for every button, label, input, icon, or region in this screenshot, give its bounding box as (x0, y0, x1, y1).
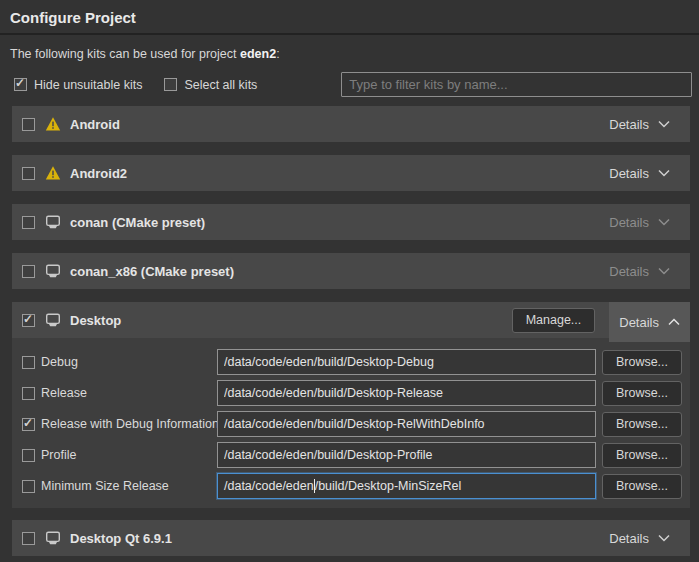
release-checkbox[interactable] (22, 387, 35, 400)
debug-checkbox[interactable] (22, 356, 35, 369)
intro-text: The following kits can be used for proje… (10, 47, 689, 61)
hide-unsuitable-kits-checkbox[interactable] (14, 78, 27, 91)
desktop-icon (45, 214, 61, 230)
build-config-row-release: Release Browse... (22, 380, 682, 406)
build-config-label: Release (41, 386, 217, 400)
kit-android2-checkbox[interactable] (22, 167, 35, 180)
kit-name: Desktop Qt 6.9.1 (70, 531, 172, 546)
desktop-kit-details-panel: Debug Browse... Release Browse... Releas… (12, 338, 690, 508)
kit-row-conan: conan (CMake preset) Details (12, 204, 690, 240)
path-text-after-caret: /build/Desktop-MinSizeRel (315, 479, 462, 493)
details-button-android[interactable]: Details (599, 106, 680, 142)
details-label: Details (609, 166, 649, 181)
chevron-down-icon (658, 169, 670, 177)
details-button-conan-x86[interactable]: Details (599, 253, 680, 289)
relwithdebinfo-browse-button[interactable]: Browse... (602, 412, 682, 437)
build-config-label: Debug (41, 355, 217, 369)
kit-name: conan_x86 (CMake preset) (70, 264, 234, 279)
details-button-conan[interactable]: Details (599, 204, 680, 240)
kit-name: conan (CMake preset) (70, 215, 205, 230)
build-config-label: Release with Debug Information (41, 417, 217, 431)
details-label: Details (619, 315, 659, 330)
profile-path-input[interactable] (217, 442, 596, 468)
kit-conan-checkbox[interactable] (22, 216, 35, 229)
kit-desktop-qt-checkbox[interactable] (22, 532, 35, 545)
kit-name: Android (70, 117, 120, 132)
details-label: Details (609, 117, 649, 132)
details-label: Details (609, 264, 649, 279)
project-name: eden2 (240, 47, 276, 61)
kit-row-android: Android Details (12, 106, 690, 142)
build-config-label: Profile (41, 448, 217, 462)
details-label: Details (609, 531, 649, 546)
kit-desktop-checkbox[interactable] (22, 314, 35, 327)
hide-unsuitable-kits-label: Hide unsuitable kits (34, 78, 142, 92)
manage-button[interactable]: Manage... (512, 308, 596, 333)
build-config-label: Minimum Size Release (41, 479, 217, 493)
minsizerel-checkbox[interactable] (22, 480, 35, 493)
select-all-kits-checkbox[interactable] (164, 78, 177, 91)
warning-icon (45, 165, 61, 181)
relwithdebinfo-checkbox[interactable] (22, 418, 35, 431)
warning-icon (45, 116, 61, 132)
build-config-row-debug: Debug Browse... (22, 349, 682, 375)
kit-name: Desktop (70, 313, 121, 328)
page-title: Configure Project (0, 0, 699, 35)
chevron-down-icon (658, 120, 670, 128)
details-button-android2[interactable]: Details (599, 155, 680, 191)
intro-prefix: The following kits can be used for proje… (10, 47, 240, 61)
kit-conan-x86-checkbox[interactable] (22, 265, 35, 278)
select-all-kits-option[interactable]: Select all kits (164, 78, 257, 92)
profile-checkbox[interactable] (22, 449, 35, 462)
release-path-input[interactable] (217, 380, 596, 406)
debug-path-input[interactable] (217, 349, 596, 375)
chevron-down-icon (658, 218, 670, 226)
hide-unsuitable-kits-option[interactable]: Hide unsuitable kits (14, 78, 142, 92)
release-browse-button[interactable]: Browse... (602, 381, 682, 406)
details-button-desktop-qt[interactable]: Details (599, 520, 680, 556)
details-label: Details (609, 215, 649, 230)
minsizerel-browse-button[interactable]: Browse... (602, 474, 682, 499)
debug-browse-button[interactable]: Browse... (602, 350, 682, 375)
build-config-row-profile: Profile Browse... (22, 442, 682, 468)
kit-row-android2: Android2 Details (12, 155, 690, 191)
select-all-kits-label: Select all kits (184, 78, 257, 92)
kit-filter-input[interactable] (341, 72, 692, 97)
path-text-before-caret: /data/code/eden (224, 479, 314, 493)
desktop-icon (45, 530, 61, 546)
kit-list: Android Details Android2 Details conan (… (12, 106, 690, 556)
build-config-row-relwithdebinfo: Release with Debug Information Browse... (22, 411, 682, 437)
kit-row-desktop-qt: Desktop Qt 6.9.1 Details (12, 520, 690, 556)
chevron-up-icon (668, 318, 680, 326)
details-button-desktop[interactable]: Details (609, 302, 690, 342)
filter-toolbar: Hide unsuitable kits Select all kits (14, 72, 692, 97)
intro-suffix: : (276, 47, 279, 61)
profile-browse-button[interactable]: Browse... (602, 443, 682, 468)
kit-row-conan-x86: conan_x86 (CMake preset) Details (12, 253, 690, 289)
kit-row-desktop: Desktop Manage... Details (12, 302, 690, 338)
kit-name: Android2 (70, 166, 127, 181)
minsizerel-path-input[interactable]: /data/code/eden/build/Desktop-MinSizeRel (217, 473, 596, 499)
chevron-down-icon (658, 267, 670, 275)
build-config-row-minsizerel: Minimum Size Release /data/code/eden/bui… (22, 473, 682, 499)
desktop-icon (45, 263, 61, 279)
relwithdebinfo-path-input[interactable] (217, 411, 596, 437)
chevron-down-icon (658, 534, 670, 542)
kit-android-checkbox[interactable] (22, 118, 35, 131)
desktop-icon (45, 312, 61, 328)
